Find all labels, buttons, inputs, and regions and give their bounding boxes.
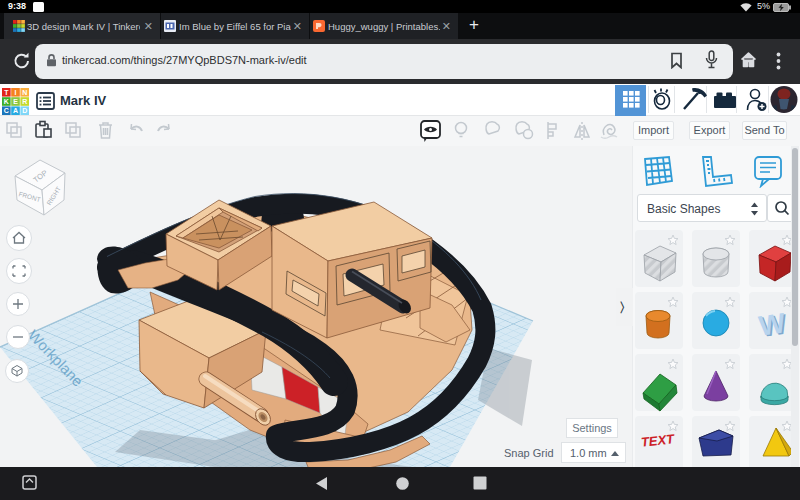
svg-text:A: A	[13, 107, 18, 114]
svg-text:I: I	[15, 89, 17, 96]
svg-text:W: W	[757, 307, 788, 341]
svg-text:C: C	[4, 107, 9, 114]
svg-text:K: K	[4, 98, 9, 105]
svg-text:D: D	[22, 107, 27, 114]
svg-text:E: E	[13, 98, 18, 105]
svg-text:T: T	[4, 89, 9, 96]
svg-text:TEXT: TEXT	[640, 431, 676, 450]
svg-text:R: R	[22, 98, 27, 105]
svg-text:N: N	[22, 89, 27, 96]
